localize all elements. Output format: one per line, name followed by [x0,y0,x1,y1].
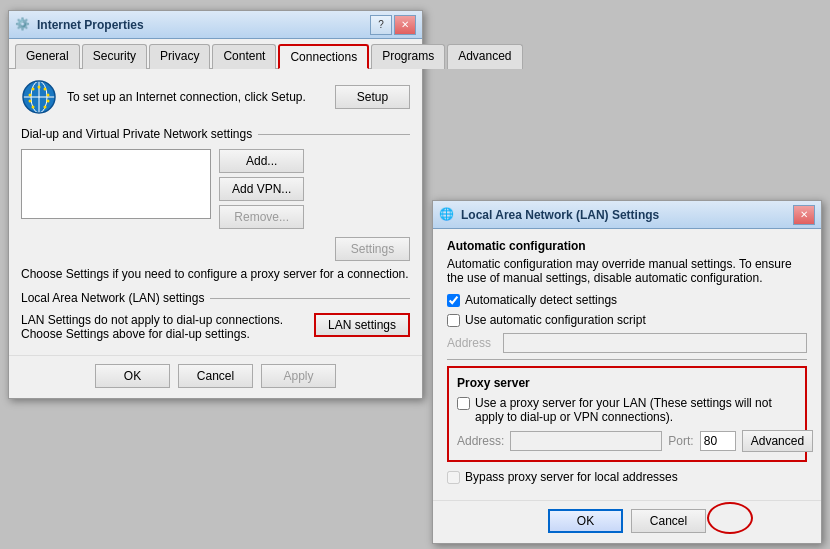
tab-privacy[interactable]: Privacy [149,44,210,69]
lan-divider [447,359,807,360]
remove-button[interactable]: Remove... [219,205,304,229]
svg-point-11 [47,100,50,103]
setup-description: To set up an Internet connection, click … [67,90,325,104]
auto-config-desc: Automatic configuration may override man… [447,257,807,285]
vpn-list-area: Add... Add VPN... Remove... [21,149,410,229]
tab-security[interactable]: Security [82,44,147,69]
advanced-button[interactable]: Advanced [742,430,813,452]
address-input[interactable] [503,333,807,353]
lan-title: Local Area Network (LAN) Settings [461,208,793,222]
internet-props-title: Internet Properties [37,18,370,32]
lan-settings-dialog: 🌐 Local Area Network (LAN) Settings ✕ Au… [432,200,822,544]
proxy-description: Choose Settings if you need to configure… [21,267,410,281]
lan-titlebar-controls: ✕ [793,205,815,225]
auto-detect-label: Automatically detect settings [465,293,617,307]
svg-point-12 [32,106,35,109]
tab-connections[interactable]: Connections [278,44,369,69]
tab-content[interactable]: Content [212,44,276,69]
internet-props-footer: OK Cancel Apply [9,355,422,398]
vpn-list-box[interactable] [21,149,211,219]
lan-ok-button[interactable]: OK [548,509,623,533]
auto-detect-row: Automatically detect settings [447,293,807,307]
svg-point-7 [44,88,47,91]
titlebar-controls: ? ✕ [370,15,416,35]
internet-properties-dialog: ⚙️ Internet Properties ? ✕ General Secur… [8,10,423,399]
proxy-port-label: Port: [668,434,693,448]
tab-programs[interactable]: Programs [371,44,445,69]
settings-button[interactable]: Settings [335,237,410,261]
svg-point-13 [44,106,47,109]
tab-bar: General Security Privacy Content Connect… [9,39,422,69]
ok-button[interactable]: OK [95,364,170,388]
help-button[interactable]: ? [370,15,392,35]
bypass-proxy-row: Bypass proxy server for local addresses [447,470,807,484]
setup-button[interactable]: Setup [335,85,410,109]
vpn-buttons: Add... Add VPN... Remove... [219,149,304,229]
proxy-address-label: Address: [457,434,504,448]
lan-description: LAN Settings do not apply to dial-up con… [21,313,314,341]
svg-point-6 [38,86,41,89]
close-button[interactable]: ✕ [394,15,416,35]
address-label: Address [447,336,497,350]
globe-icon [21,79,57,115]
proxy-address-row: Address: Port: 80 Advanced [457,430,797,452]
lan-footer: OK Cancel [433,500,821,543]
auto-script-checkbox[interactable] [447,314,460,327]
lan-settings-button[interactable]: LAN settings [314,313,410,337]
lan-section-header: Local Area Network (LAN) settings [21,291,410,305]
proxy-server-section: Proxy server Use a proxy server for your… [447,366,807,462]
auto-script-row: Use automatic configuration script [447,313,807,327]
lan-close-button[interactable]: ✕ [793,205,815,225]
lan-cancel-button[interactable]: Cancel [631,509,706,533]
proxy-server-title: Proxy server [457,376,797,390]
add-button[interactable]: Add... [219,149,304,173]
dialup-section-header: Dial-up and Virtual Private Network sett… [21,127,410,141]
auto-detect-checkbox[interactable] [447,294,460,307]
proxy-use-label: Use a proxy server for your LAN (These s… [475,396,797,424]
apply-button[interactable]: Apply [261,364,336,388]
dialog-icon: ⚙️ [15,17,31,33]
internet-props-titlebar: ⚙️ Internet Properties ? ✕ [9,11,422,39]
svg-point-10 [29,100,32,103]
proxy-port-input[interactable]: 80 [700,431,736,451]
lan-content: Automatic configuration Automatic config… [433,229,821,496]
proxy-use-row: Use a proxy server for your LAN (These s… [457,396,797,424]
lan-settings-area: LAN Settings do not apply to dial-up con… [21,313,410,341]
dialog-content: To set up an Internet connection, click … [9,69,422,351]
svg-point-8 [29,94,32,97]
bypass-proxy-checkbox[interactable] [447,471,460,484]
auto-config-title: Automatic configuration [447,239,807,253]
cancel-button[interactable]: Cancel [178,364,253,388]
tab-general[interactable]: General [15,44,80,69]
setup-section: To set up an Internet connection, click … [21,79,410,115]
auto-script-label: Use automatic configuration script [465,313,646,327]
proxy-address-input[interactable] [510,431,662,451]
tab-advanced[interactable]: Advanced [447,44,522,69]
svg-point-5 [32,88,35,91]
proxy-use-checkbox[interactable] [457,397,470,410]
bypass-proxy-label: Bypass proxy server for local addresses [465,470,678,484]
address-row: Address [447,333,807,353]
lan-titlebar: 🌐 Local Area Network (LAN) Settings ✕ [433,201,821,229]
add-vpn-button[interactable]: Add VPN... [219,177,304,201]
lan-dialog-icon: 🌐 [439,207,455,223]
svg-point-9 [47,94,50,97]
